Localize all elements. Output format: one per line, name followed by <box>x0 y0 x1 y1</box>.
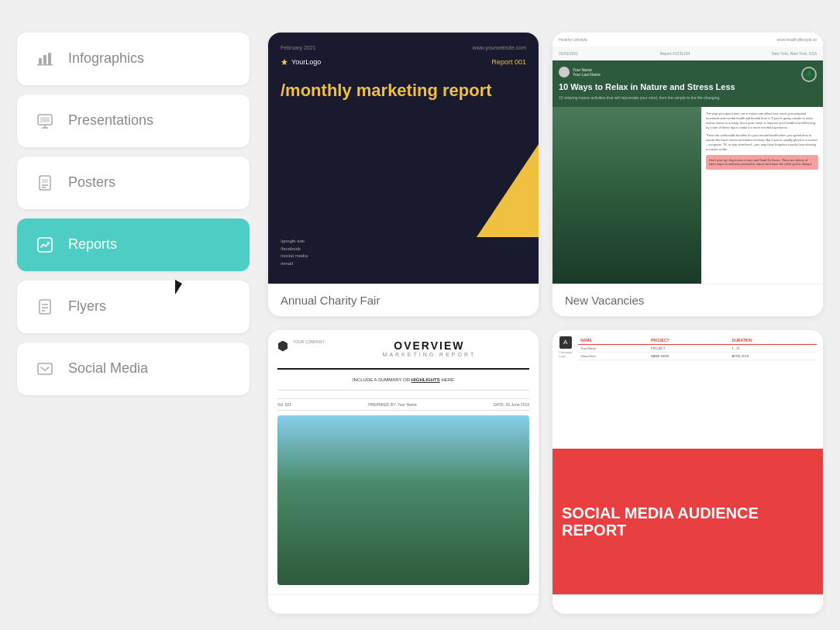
poster-icon <box>33 170 57 195</box>
card2-body-text-1: The way you spend time out in nature can… <box>706 112 818 130</box>
card-preview-4: A CompanyLogo NAME PROJECT DURA <box>553 330 823 594</box>
card-annual-charity-fair[interactable]: February 2021 www.yourwebsite.com YourLo… <box>268 33 539 316</box>
report-preview-4: A CompanyLogo NAME PROJECT DURA <box>553 330 823 594</box>
card3-image-trees <box>277 415 529 585</box>
card3-vol: Vol. 001 <box>277 402 291 407</box>
card3-date: DATE: 01 June 2019 <box>494 402 529 407</box>
card3-meta-row: Vol. 001 PREPARED BY: Your Name DATE: 01… <box>277 398 529 411</box>
card2-body-text-2: There are undeniable benefits for your m… <box>706 133 818 152</box>
card2-website: www.healthylifestyle.co <box>777 37 817 42</box>
svg-rect-0 <box>39 58 42 64</box>
col-name: NAME <box>578 336 649 345</box>
card4-data-table: NAME PROJECT DURATION Your Name <box>578 336 817 360</box>
sidebar-item-presentations[interactable]: Presentations <box>17 95 250 147</box>
card3-prepared-by: PREPARED BY: Your Name <box>368 402 416 407</box>
card4-bottom-section: SOCIAL MEDIA AUDIENCE REPORT <box>553 449 823 594</box>
sidebar-item-posters[interactable]: Posters <box>17 157 250 209</box>
sidebar-item-label: Infographics <box>68 50 144 67</box>
svg-rect-3 <box>37 64 53 66</box>
main-content: February 2021 www.yourwebsite.com YourLo… <box>268 17 823 614</box>
card2-body: The way you spend time out in nature can… <box>553 107 823 284</box>
sidebar-item-flyers[interactable]: Flyers <box>17 281 250 333</box>
card3-header-row: YOUR COMPANY OVERVIEW MARKETING REPORT <box>277 339 529 357</box>
report-title-text: /monthly marketing report <box>281 81 526 100</box>
social-icon <box>33 356 57 381</box>
card3-title-block: OVERVIEW MARKETING REPORT <box>329 339 529 357</box>
decorative-triangle <box>477 144 539 237</box>
card2-header: Healthy Lifestyle www.healthylifestyle.c… <box>553 33 823 46</box>
card-label-3 <box>268 594 539 614</box>
report-date: February 2021 <box>281 45 316 50</box>
card-label-2: New Vacancies <box>553 284 823 316</box>
sidebar-item-label: Reports <box>68 236 117 253</box>
svg-rect-2 <box>48 53 51 64</box>
card3-company: YOUR COMPANY <box>293 339 325 345</box>
card2-subtitle: 10 relaxing nature activities that will … <box>559 95 817 101</box>
card3-highlight-line: INCLUDE A SUMMARY OR HIGHLIGHTS HERE <box>277 377 529 382</box>
svg-rect-13 <box>40 300 50 314</box>
card2-report-num: Report #1231234 <box>660 51 690 56</box>
report-website: www.yourwebsite.com <box>473 45 526 50</box>
sidebar-item-infographics[interactable]: Infographics <box>17 33 250 85</box>
card2-date: 01/01/2021 <box>559 51 578 56</box>
sidebar-item-label: Social Media <box>68 360 148 377</box>
card4-big-title: SOCIAL MEDIA AUDIENCE REPORT <box>562 504 814 539</box>
card4-top-section: A CompanyLogo NAME PROJECT DURA <box>553 330 823 449</box>
report-logo: YourLogo <box>281 58 321 66</box>
card3-divider-top <box>277 368 529 370</box>
card2-text-section: The way you spend time out in nature can… <box>701 107 823 284</box>
svg-rect-17 <box>38 363 52 374</box>
card-label-4 <box>553 594 823 614</box>
card4-logo-label: CompanyLogo <box>559 350 572 358</box>
report-preview-3: YOUR COMPANY OVERVIEW MARKETING REPORT I… <box>268 330 539 594</box>
card2-pink-text: Don't give up, hug a tree or two, and he… <box>709 158 815 167</box>
card-social-media-audience[interactable]: A CompanyLogo NAME PROJECT DURA <box>553 330 823 614</box>
report-number: Report 001 <box>491 58 526 66</box>
card2-profile: Your Name Your Last Name <box>559 67 817 77</box>
card-new-vacancies[interactable]: Healthy Lifestyle www.healthylifestyle.c… <box>553 33 823 316</box>
card2-location: New York, New York, USA <box>772 51 817 56</box>
card4-logo-box: A <box>559 336 572 349</box>
sidebar-item-reports[interactable]: Reports <box>17 219 250 271</box>
card-preview-3: YOUR COMPANY OVERVIEW MARKETING REPORT I… <box>268 330 539 594</box>
bar-chart-icon <box>33 46 57 71</box>
card4-logo-area: A CompanyLogo <box>559 336 572 360</box>
sidebar-item-label: Posters <box>68 174 115 191</box>
sidebar: Infographics Presentations <box>17 17 250 614</box>
card2-forest-image <box>553 107 701 284</box>
card3-main-title: OVERVIEW <box>329 339 529 352</box>
card-overview-marketing[interactable]: YOUR COMPANY OVERVIEW MARKETING REPORT I… <box>268 330 539 614</box>
report-preview-1: February 2021 www.yourwebsite.com YourLo… <box>268 33 539 284</box>
col-project: PROJECT <box>649 336 730 345</box>
flyers-icon <box>33 294 57 319</box>
report-channels: /google ads /facebook /social media /ema… <box>281 238 308 267</box>
report-preview-2: Healthy Lifestyle www.healthylifestyle.c… <box>553 33 823 284</box>
card3-divider-bottom <box>277 390 529 391</box>
card3-hexagon-icon <box>277 341 288 352</box>
svg-rect-9 <box>42 179 48 183</box>
card3-trees-bg <box>277 415 529 585</box>
sidebar-item-label: Flyers <box>68 298 106 315</box>
report-icon <box>33 232 57 257</box>
col-duration: DURATION <box>730 336 817 345</box>
table-row: Your Name PROJECT 1 - 31 <box>578 344 817 352</box>
table-row: Class Here NAME HERE APRIL 2018 <box>578 352 817 360</box>
card2-circle-icon: 🌲 <box>801 67 817 82</box>
card-preview-1: February 2021 www.yourwebsite.com YourLo… <box>268 33 539 284</box>
card2-green-section: Your Name Your Last Name 🌲 10 Ways to Re… <box>553 60 823 107</box>
app-container: Infographics Presentations <box>17 17 823 614</box>
card2-title: 10 Ways to Relax in Nature and Stress Le… <box>559 82 817 92</box>
card2-brand: Healthy Lifestyle <box>559 37 587 42</box>
card2-avatar <box>559 67 570 77</box>
card-label-1: Annual Charity Fair <box>268 284 539 316</box>
card-preview-2: Healthy Lifestyle www.healthylifestyle.c… <box>553 33 823 284</box>
svg-rect-1 <box>43 55 46 64</box>
card2-pink-box: Don't give up, hug a tree or two, and he… <box>706 155 818 170</box>
presentation-icon <box>33 108 57 133</box>
card4-header-row: A CompanyLogo NAME PROJECT DURA <box>559 336 817 360</box>
card3-subtitle-line: MARKETING REPORT <box>329 352 529 357</box>
sidebar-item-label: Presentations <box>68 112 153 129</box>
svg-rect-7 <box>40 117 50 122</box>
cursor <box>175 280 182 294</box>
sidebar-item-social-media[interactable]: Social Media <box>17 343 250 395</box>
